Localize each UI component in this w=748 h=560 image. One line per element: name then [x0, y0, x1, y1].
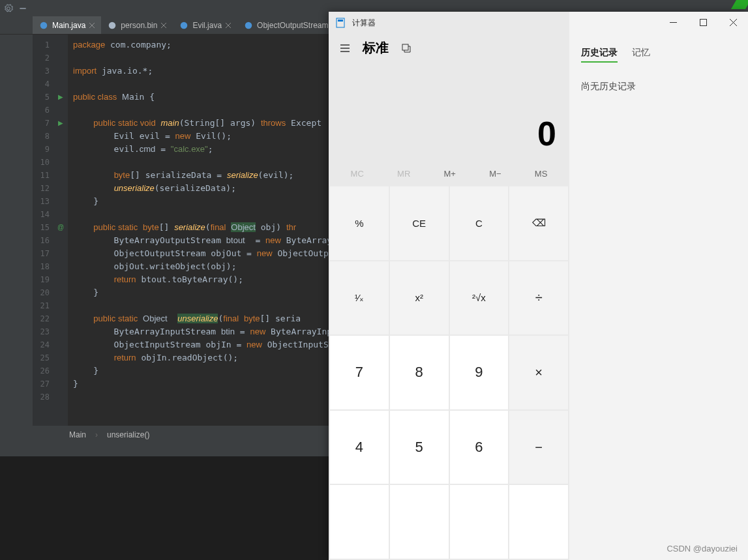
key-%[interactable]: %: [330, 186, 389, 260]
calc-side-panel: 历史记录 记忆 尚无历史记录: [569, 12, 748, 560]
mem-mc: MC: [351, 169, 364, 179]
key-4[interactable]: 4: [330, 411, 389, 484]
key-5[interactable]: 5: [390, 411, 449, 484]
key-CE[interactable]: CE: [390, 186, 449, 260]
hamburger-icon[interactable]: [339, 42, 351, 54]
key-7[interactable]: 7: [330, 336, 389, 409]
key-⌫[interactable]: ⌫: [509, 186, 568, 260]
tab-memory[interactable]: 记忆: [632, 47, 650, 63]
close-icon[interactable]: [89, 23, 95, 28]
mem-mr: MR: [397, 169, 410, 179]
calculator-icon: [335, 18, 346, 28]
svg-rect-8: [700, 19, 706, 25]
key-¹⁄ₓ[interactable]: ¹⁄ₓ: [330, 261, 389, 335]
mem-m+[interactable]: M+: [444, 169, 456, 179]
key-9[interactable]: 9: [450, 336, 509, 409]
pin-icon[interactable]: [400, 42, 412, 54]
calc-mode-label: 标准: [363, 39, 389, 57]
file-icon: [108, 21, 117, 30]
tab-person-bin[interactable]: person.bin: [101, 16, 173, 34]
line-gutter: 1234567891011121314151617181920212223242…: [33, 35, 53, 426]
svg-point-2: [109, 22, 116, 29]
breadcrumb[interactable]: Main › unserialize(): [69, 427, 149, 443]
key-partial[interactable]: [450, 485, 509, 559]
svg-rect-0: [20, 8, 25, 8]
history-empty-text: 尚无历史记录: [581, 81, 736, 93]
keypad: %CEC⌫¹⁄ₓx²²√x÷789×456−: [329, 185, 569, 560]
key-²√x[interactable]: ²√x: [450, 261, 509, 335]
file-icon: [179, 21, 188, 30]
close-icon[interactable]: [226, 23, 231, 28]
tab-history[interactable]: 历史记录: [581, 47, 618, 63]
svg-rect-6: [338, 20, 343, 22]
maximize-button[interactable]: [688, 12, 718, 33]
key-8[interactable]: 8: [390, 336, 449, 409]
close-button[interactable]: [718, 12, 748, 33]
key-−[interactable]: −: [509, 411, 568, 484]
minimize-button[interactable]: [658, 12, 688, 33]
calculator-main: 计算器 标准 0 MCMRM+M−MS %CEC⌫¹⁄ₓx²²√x÷789×45…: [329, 12, 569, 560]
nav-column: [0, 35, 33, 426]
key-partial[interactable]: [509, 485, 568, 559]
breadcrumb-class[interactable]: Main: [69, 430, 86, 439]
key-x²[interactable]: x²: [390, 261, 449, 335]
key-partial[interactable]: [330, 485, 389, 559]
file-icon: [244, 21, 253, 30]
svg-rect-7: [402, 44, 408, 50]
tab-main-java[interactable]: Main.java: [33, 16, 101, 34]
memory-row: MCMRM+M−MS: [329, 166, 569, 185]
svg-point-3: [181, 22, 188, 29]
minimize-icon[interactable]: [18, 4, 27, 13]
svg-point-1: [40, 22, 48, 29]
file-icon: [39, 21, 48, 30]
key-6[interactable]: 6: [450, 411, 509, 484]
tab-evil-java[interactable]: Evil.java: [173, 16, 237, 34]
watermark: CSDN @dayouziei: [666, 544, 738, 553]
side-tabs: 历史记录 记忆: [581, 47, 736, 63]
key-÷[interactable]: ÷: [509, 261, 568, 335]
mem-ms[interactable]: MS: [535, 169, 548, 179]
calc-app-title: 计算器: [352, 18, 376, 29]
chevron-right-icon: ›: [95, 430, 98, 439]
svg-point-4: [245, 22, 252, 29]
window-controls: [658, 12, 748, 33]
calc-header: 标准: [329, 34, 569, 62]
calc-display: 0: [329, 62, 569, 166]
key-partial[interactable]: [390, 485, 449, 559]
gear-icon[interactable]: [4, 4, 13, 13]
key-×[interactable]: ×: [509, 336, 568, 409]
calculator-window: 计算器 标准 0 MCMRM+M−MS %CEC⌫¹⁄ₓx²²√x÷789×45…: [329, 12, 748, 560]
tab-objectoutputstream[interactable]: ObjectOutputStream: [237, 16, 344, 34]
breadcrumb-method[interactable]: unserialize(): [107, 430, 149, 439]
close-icon[interactable]: [161, 23, 166, 28]
key-C[interactable]: C: [450, 186, 509, 260]
run-markers: ▶▶@: [53, 35, 68, 426]
calc-titlebar: 计算器: [329, 12, 569, 34]
mem-m−[interactable]: M−: [489, 169, 501, 179]
